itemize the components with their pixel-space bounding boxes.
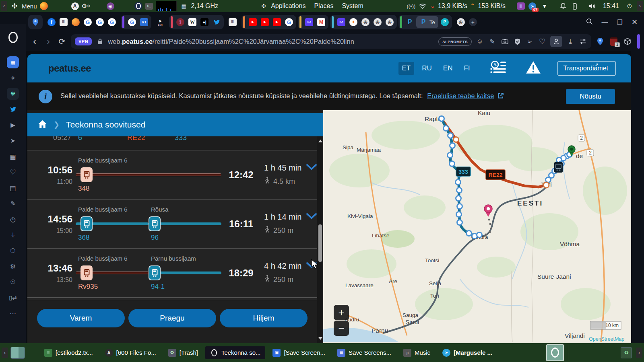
back-button[interactable]: ‹ — [30, 36, 39, 47]
tab-rt[interactable]: RT — [138, 16, 150, 28]
osm-attribution[interactable]: OpenStreetMap — [589, 336, 624, 342]
opera-tray-icon[interactable] — [134, 2, 142, 10]
speed-dial-icon[interactable]: ▦ — [6, 56, 20, 68]
tab-group-color-bar[interactable] — [171, 16, 173, 28]
favorite-heart-icon[interactable]: ♡ — [538, 37, 547, 46]
sidebar-workspace-tag[interactable] — [637, 34, 640, 49]
bookmarks-heart-icon[interactable]: ♡ — [6, 166, 20, 178]
site-logo[interactable]: peatus.ee — [48, 63, 91, 74]
firefox-icon[interactable] — [40, 2, 48, 10]
lang-et[interactable]: ET — [398, 62, 415, 75]
tab-google[interactable]: G — [94, 16, 105, 28]
map-zoom-out-button[interactable]: − — [334, 321, 349, 336]
tab-peatus[interactable]: PTe — [416, 16, 438, 28]
power-icon[interactable]: ⏻ — [625, 2, 634, 10]
scroll-down-arrow[interactable] — [318, 337, 322, 340]
more-icon[interactable]: ⋯ — [6, 307, 20, 319]
results-scrollbar[interactable] — [317, 136, 323, 343]
workspace-switcher[interactable] — [10, 347, 25, 359]
history-icon[interactable]: ◷ — [6, 213, 20, 225]
tab-building[interactable]: Ⅲ — [227, 16, 238, 28]
tab-google[interactable]: G — [106, 16, 118, 28]
address-bar[interactable]: VPN web.peatus.ee/reitti/Paide%20bussija… — [71, 34, 591, 49]
tab-medium[interactable]: ●| — [199, 16, 210, 28]
search-tabs-icon[interactable] — [586, 18, 593, 27]
journey-row[interactable]: 14:5615:00 Paide bussijaam 6 368 Rõusa 9… — [27, 200, 317, 248]
lang-ru[interactable]: RU — [418, 62, 436, 75]
tab-mail[interactable]: ✉ — [303, 16, 315, 28]
cube-extension-icon[interactable] — [623, 37, 632, 46]
taskbar-window[interactable]: ♫Music — [398, 346, 435, 359]
tab-pcloud[interactable]: P — [439, 16, 450, 28]
tray-triangle-icon[interactable]: ▼ — [540, 2, 549, 10]
edit-page-icon[interactable]: ✎ — [488, 37, 497, 46]
tips-icon[interactable]: ☉ — [6, 276, 20, 288]
expand-chevron-icon[interactable] — [306, 262, 317, 270]
ai-prompts-button[interactable]: AI PROMPTS — [438, 37, 472, 46]
tab-gmail[interactable]: M — [316, 16, 327, 28]
route-badge-333[interactable]: 333 — [456, 167, 471, 176]
forward-button[interactable]: › — [43, 36, 53, 47]
taskbar-collapse-right[interactable]: › — [636, 348, 642, 358]
lang-en[interactable]: EN — [440, 62, 456, 75]
taskbar-window[interactable]: ≣[estilood2.tx... — [39, 346, 98, 359]
tuner-sliders-icon[interactable] — [578, 37, 587, 46]
wifi-icon[interactable] — [418, 2, 427, 10]
shield-check-icon[interactable] — [513, 37, 522, 46]
tab-globe[interactable]: ⊕ — [455, 16, 466, 28]
send-page-icon[interactable]: ➢ — [525, 37, 534, 46]
reload-button[interactable]: ⟳ — [57, 37, 67, 46]
url-text[interactable]: web.peatus.ee/reitti/Paide%20bussijaam%2… — [108, 38, 435, 45]
panel-collapse-left[interactable]: ‹ — [1, 1, 7, 11]
tab-emi[interactable]: ➤EMI — [155, 16, 166, 28]
notifications-bell-icon[interactable] — [559, 2, 568, 10]
tab-group-color-bar[interactable] — [299, 16, 301, 28]
tab-grid-icon[interactable]: ▦ — [6, 150, 20, 162]
tab-google[interactable]: G — [82, 16, 93, 28]
vpn-badge[interactable]: VPN — [75, 37, 92, 45]
opera-launcher[interactable] — [546, 344, 564, 361]
taskbar-window[interactable]: ♻[Trash] — [163, 346, 203, 359]
tab-youtube[interactable]: ▶ — [259, 16, 270, 28]
lock-icon[interactable] — [95, 37, 104, 46]
tab-group-color-bar[interactable] — [332, 16, 334, 28]
tab-darkred[interactable]: § — [175, 16, 186, 28]
search-a-icon[interactable]: A — [71, 2, 79, 10]
tab-mail[interactable]: ✉ — [336, 16, 347, 28]
compose-icon[interactable]: ✎ — [6, 197, 20, 210]
distro-menu-icon[interactable]: ✣ — [10, 2, 19, 10]
lang-fi[interactable]: FI — [460, 62, 473, 75]
expand-chevron-icon[interactable] — [306, 164, 317, 172]
close-button[interactable]: ✕ — [632, 18, 638, 27]
map-canvas[interactable]: RaplaKaiuSipaMärjamaaKivi-VigalaLibatseT… — [323, 110, 631, 342]
taskbar-window[interactable]: ▦Save Screens... — [332, 346, 396, 359]
panel-collapse-right[interactable]: › — [637, 1, 643, 11]
privacy-link[interactable]: Eraelulise teabe kaitse — [427, 92, 494, 99]
transpordiamet-link[interactable]: Transpordiamet↗ — [557, 61, 616, 76]
clock[interactable]: 15:41 — [603, 2, 619, 10]
tab-facebook[interactable]: f — [46, 16, 57, 28]
broadcast-icon[interactable]: ((•)) — [407, 2, 415, 10]
downloads-icon[interactable]: ⤓ — [6, 229, 20, 241]
recycle-tray-icon[interactable]: ♻ — [621, 347, 632, 358]
home-icon[interactable] — [38, 120, 47, 130]
minimize-button[interactable]: — — [602, 19, 608, 26]
map-pin-extension-icon[interactable] — [595, 37, 605, 46]
aria-ai-icon[interactable]: ❋ — [6, 88, 20, 100]
tab-twitter[interactable] — [211, 16, 222, 28]
tab-compass[interactable]: ✦ — [348, 16, 359, 28]
scrollbar-thumb[interactable] — [318, 224, 322, 262]
scroll-up-arrow[interactable] — [318, 140, 322, 142]
profile-icon[interactable] — [550, 36, 562, 47]
now-button[interactable]: Praegu — [128, 309, 216, 327]
restore-button[interactable]: ❐ — [617, 19, 623, 26]
journey-row-partial[interactable]: 05:27 6 RE22 333 — [27, 136, 317, 150]
tab-group-color-bar[interactable] — [243, 16, 245, 28]
expand-chevron-icon[interactable] — [306, 213, 317, 221]
taskbar-window[interactable]: ➤[Margusele ... — [438, 346, 497, 359]
map-zoom-in-button[interactable]: + — [334, 305, 349, 320]
opera-logo[interactable] — [8, 32, 18, 43]
tab-globe[interactable]: ⊕ — [384, 16, 395, 28]
places-menu[interactable]: Places — [314, 2, 333, 10]
extension-with-badge-icon[interactable]: 1 — [609, 37, 619, 46]
